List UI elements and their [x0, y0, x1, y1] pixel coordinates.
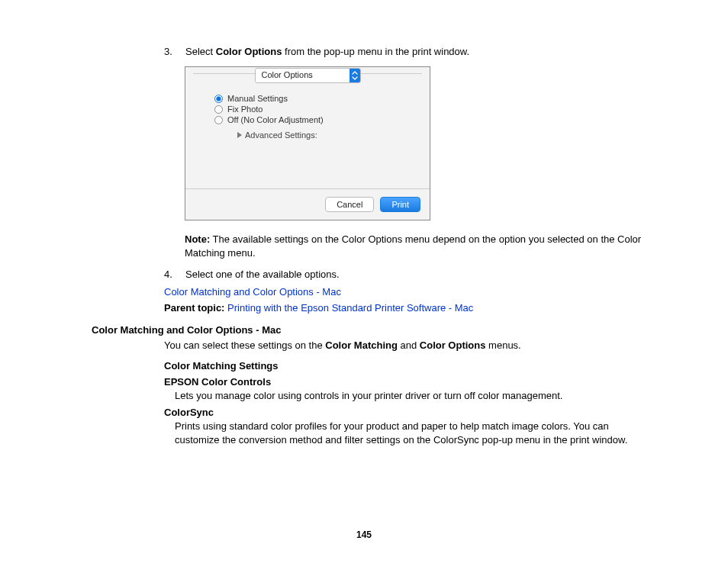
triangle-right-icon [237, 132, 242, 138]
step-3-number: 3. [92, 46, 185, 57]
cancel-button[interactable]: Cancel [325, 197, 374, 212]
step-3-text: Select Color Options from the pop-up men… [185, 46, 652, 57]
link-parent-topic[interactable]: Printing with the Epson Standard Printer… [224, 302, 473, 314]
dt-epson-color-controls: EPSON Color Controls [164, 376, 652, 388]
radio-manual-settings-label: Manual Settings [227, 94, 288, 103]
definitions-list: EPSON Color Controls Lets you manage col… [164, 376, 652, 447]
intro-pre: You can select these settings on the [164, 339, 325, 351]
radio-off-no-color[interactable]: Off (No Color Adjustment) [214, 115, 422, 124]
options-dropdown[interactable]: Color Options [255, 68, 361, 83]
step-4-number: 4. [92, 269, 185, 280]
parent-topic-label: Parent topic: [164, 302, 224, 314]
radio-fix-photo-label: Fix Photo [227, 105, 263, 114]
step-3: 3. Select Color Options from the pop-up … [92, 46, 652, 57]
dt-colorsync: ColorSync [164, 407, 652, 418]
intro-b2: Color Options [420, 339, 486, 351]
section-intro: You can select these settings on the Col… [164, 339, 652, 352]
radio-manual-settings[interactable]: Manual Settings [214, 94, 422, 103]
intro-b1: Color Matching [325, 339, 398, 351]
intro-mid: and [398, 339, 420, 351]
options-dropdown-label: Color Options [256, 69, 350, 82]
note-block: Note: The available settings on the Colo… [185, 233, 650, 259]
section-heading: Color Matching and Color Options - Mac [92, 324, 652, 336]
intro-post: menus. [485, 339, 520, 351]
note-label: Note: [185, 233, 210, 245]
advanced-settings-disclosure[interactable]: Advanced Settings: [214, 126, 422, 140]
step-3-prefix: Select [185, 46, 216, 57]
step-3-suffix: from the pop-up menu in the print window… [282, 46, 469, 57]
print-dialog-screenshot: Color Options Manual Settings Fix Photo [185, 66, 430, 220]
note-text: The available settings on the Color Opti… [185, 233, 641, 259]
page-number: 145 [0, 529, 728, 540]
advanced-settings-label: Advanced Settings: [245, 130, 317, 140]
radio-fix-photo[interactable]: Fix Photo [214, 105, 422, 114]
chevron-updown-icon [350, 69, 360, 82]
radio-group: Manual Settings Fix Photo Off (No Color … [193, 88, 422, 143]
print-button-label: Print [391, 200, 409, 209]
link-color-matching-options[interactable]: Color Matching and Color Options - Mac [164, 286, 341, 298]
radio-selected-icon [214, 95, 223, 103]
dd-epson-color-controls: Lets you manage color using controls in … [175, 389, 652, 403]
step-4-text: Select one of the available options. [185, 269, 652, 280]
dd-colorsync: Prints using standard color profiles for… [175, 420, 652, 446]
step-3-bold: Color Options [216, 46, 282, 57]
radio-off-no-color-label: Off (No Color Adjustment) [227, 115, 324, 124]
subheading-color-matching: Color Matching Settings [164, 360, 652, 372]
radio-unselected-icon [214, 105, 223, 114]
step-4: 4. Select one of the available options. [92, 269, 652, 280]
print-button[interactable]: Print [380, 197, 420, 212]
radio-unselected-icon [214, 116, 223, 124]
cancel-button-label: Cancel [337, 200, 362, 209]
